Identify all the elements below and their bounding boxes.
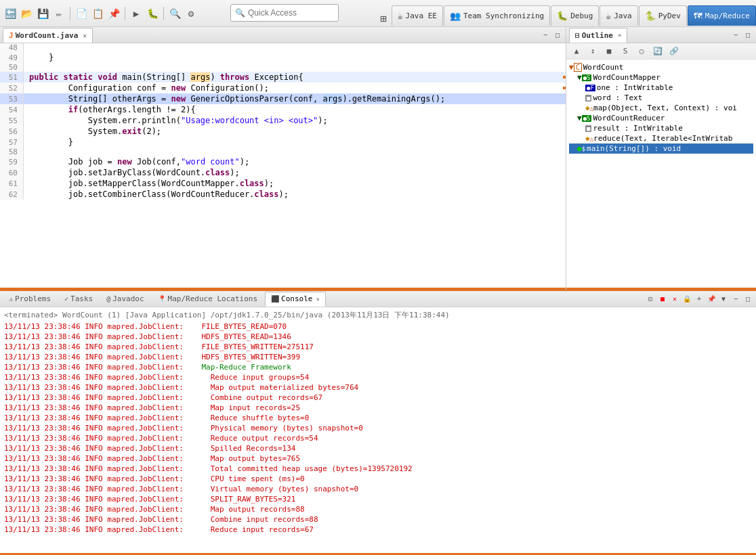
console-clear-button[interactable]: ⊡ — [645, 294, 656, 305]
toolbar-sep-3 — [163, 7, 164, 20]
console-output[interactable]: <terminated> WordCount (1) [Java Applica… — [0, 307, 756, 553]
outline-fields-icon[interactable]: ■ — [602, 44, 616, 59]
tab-problems-label: Problems — [15, 294, 51, 303]
outline-mapper-label: WordCountMapper — [593, 73, 660, 82]
tab-java-ee[interactable]: ☕ Java EE — [392, 5, 443, 26]
toolbar-run-icon[interactable]: ▶ — [129, 6, 144, 21]
toolbar-settings-icon[interactable]: ⚙ — [184, 6, 198, 21]
outline-mapper-class[interactable]: ▼ ●S WordCountMapper — [569, 72, 753, 83]
outline-header-controls: − □ — [730, 30, 753, 41]
console-line-5: 13/11/13 23:38:46 INFO mapred.JobClient:… — [4, 372, 752, 382]
toolbar-debug-icon[interactable]: 🐛 — [145, 6, 160, 21]
line-num-62: 62 — [0, 189, 24, 200]
code-editor[interactable]: 48 49 } 50 51 — [0, 43, 566, 288]
debug-icon: 🐛 — [557, 11, 568, 21]
console-new-button[interactable]: + — [694, 294, 705, 305]
close-tab-icon[interactable]: ✕ — [83, 32, 87, 39]
code-row-61: 61 job.setMapperClass(WordCountMapper.cl… — [0, 178, 566, 189]
outline-wordcount-class[interactable]: ▼ C WordCount — [569, 62, 753, 72]
tab-java-label: Java — [614, 12, 632, 20]
tab-team-sync[interactable]: 👥 Team Synchronizing — [444, 5, 550, 26]
tab-mapreduce[interactable]: 🗺 Map/Reduce — [688, 5, 756, 26]
outline-map-method[interactable]: ◆ △ map(Object, Text, Context) : voi — [569, 103, 753, 113]
toolbar-back-icon[interactable]: 🔙 — [3, 6, 18, 21]
maximize-outline-button[interactable]: □ — [742, 30, 753, 41]
close-outline-icon[interactable]: ✕ — [618, 32, 621, 39]
outline-reduce-method[interactable]: ◆ △ reduce(Text, Iterable<IntWritab — [569, 133, 753, 143]
maximize-code-button[interactable]: □ — [552, 30, 563, 41]
console-line-3: 13/11/13 23:38:46 INFO mapred.JobClient:… — [4, 352, 752, 362]
toolbar-edit-icon[interactable]: ✏ — [51, 6, 66, 21]
code-tab-wordcount[interactable]: J WordCount.java ✕ — [3, 28, 93, 43]
outline-reduce-label: reduce(Text, Iterable<IntWritab — [593, 134, 732, 143]
outline-tab-label: Outline — [582, 31, 613, 40]
line-content-56: System.exit(2); — [24, 126, 566, 137]
console-controls: ⊡ ■ ✕ 🔒 + 📌 ▼ − □ — [645, 294, 753, 305]
tab-pydev[interactable]: 🐍 PyDev — [639, 5, 687, 26]
outline-nonpublic-icon[interactable]: ○ — [634, 44, 649, 59]
maximize-console-button[interactable]: □ — [742, 294, 753, 305]
console-line-8: 13/11/13 23:38:46 INFO mapred.JobClient:… — [4, 403, 752, 413]
tab-problems[interactable]: ⚠ Problems — [3, 292, 57, 307]
quick-access-input[interactable] — [248, 8, 334, 18]
line-content-59: Job job = new Job(conf,"word count"); — [24, 156, 566, 167]
outline-header: ⊟ Outline ✕ − □ — [566, 27, 756, 43]
toolbar-new-icon[interactable]: 📄 — [74, 6, 89, 21]
quick-access-search-icon: 🔍 — [235, 8, 245, 18]
outline-collapse-icon[interactable]: ▲ — [569, 44, 584, 59]
console-line-9: 13/11/13 23:38:46 INFO mapred.JobClient:… — [4, 413, 752, 423]
console-stop-button[interactable]: ■ — [657, 294, 668, 305]
outline-result-field[interactable]: ■ result : IntWritable — [569, 123, 753, 133]
console-line-2: 13/11/13 23:38:46 INFO mapred.JobClient:… — [4, 342, 752, 352]
line-num-61: 61 — [0, 178, 24, 189]
toolbar-paste-icon[interactable]: 📌 — [106, 6, 121, 21]
tab-console[interactable]: ⬛ Console ✕ — [265, 292, 326, 307]
console-scroll-lock-button[interactable]: 🔒 — [681, 294, 692, 305]
tab-debug[interactable]: 🐛 Debug — [551, 5, 599, 26]
console-pin-button[interactable]: 📌 — [706, 294, 717, 305]
quick-access-bar[interactable]: 🔍 — [230, 4, 339, 22]
console-settings-button[interactable]: ▼ — [718, 294, 729, 305]
console-terminated-header: <terminated> WordCount (1) [Java Applica… — [4, 310, 752, 320]
outline-word-field[interactable]: ■ word : Text — [569, 93, 753, 103]
toolbar-search-icon[interactable]: 🔍 — [167, 6, 182, 21]
outline-main-method[interactable]: ● $ main(String[]) : void — [569, 143, 753, 154]
toolbar-save-icon[interactable]: 💾 — [35, 6, 50, 21]
minimize-outline-button[interactable]: − — [730, 30, 741, 41]
line-content-53: String[] otherArgs = new GenericOptionsP… — [24, 93, 566, 104]
close-console-icon[interactable]: ✕ — [316, 296, 319, 303]
line-num-60: 60 — [0, 167, 24, 178]
minimize-console-button[interactable]: − — [730, 294, 741, 305]
outline-static-icon[interactable]: S — [618, 44, 633, 59]
minimize-code-button[interactable]: − — [540, 30, 551, 41]
toolbar-copy-icon[interactable]: 📋 — [90, 6, 105, 21]
console-terminate-button[interactable]: ✕ — [669, 294, 680, 305]
outline-bottom-bar — [566, 288, 756, 290]
tab-javadoc[interactable]: @ Javadoc — [100, 292, 150, 307]
console-line-16: 13/11/13 23:38:46 INFO mapred.JobClient:… — [4, 484, 752, 494]
code-row-51: 51 public static void main(String[] args… — [0, 72, 566, 83]
outline-sync-icon[interactable]: 🔄 — [650, 44, 665, 59]
console-line-10: 13/11/13 23:38:46 INFO mapred.JobClient:… — [4, 423, 752, 433]
tab-pydev-label: PyDev — [658, 12, 681, 20]
outline-sort-icon[interactable]: ↕ — [585, 44, 600, 59]
tab-tasks[interactable]: ✓ Tasks — [58, 292, 99, 307]
console-line-7: 13/11/13 23:38:46 INFO mapred.JobClient:… — [4, 393, 752, 403]
code-row-59: 59 Job job = new Job(conf,"word count"); — [0, 156, 566, 167]
code-row-57: 57 } — [0, 137, 566, 148]
outline-map-label: map(Object, Text, Context) : voi — [593, 104, 737, 112]
code-row-56: 56 System.exit(2); — [0, 126, 566, 137]
outline-one-field[interactable]: ●F one : IntWritable — [569, 83, 753, 93]
perspective-layout-icon[interactable]: ⊞ — [376, 11, 391, 26]
tab-mapreduce-locations[interactable]: 📍 Map/Reduce Locations — [152, 292, 264, 307]
outline-tab[interactable]: ⊟ Outline ✕ — [569, 28, 627, 43]
outline-link-icon[interactable]: 🔗 — [667, 44, 681, 59]
bottom-tabs-bar: ⚠ Problems ✓ Tasks @ Javadoc 📍 Map/Reduc… — [0, 291, 756, 307]
editor-area: J WordCount.java ✕ − □ 48 — [0, 27, 756, 291]
line-num-48: 48 — [0, 43, 24, 52]
outline-reducer-class[interactable]: ▼ ●S WordCountReducer — [569, 113, 753, 123]
outline-main-label: main(String[]) : void — [587, 144, 681, 153]
tab-java[interactable]: ☕ Java — [600, 5, 637, 26]
toolbar-open-icon[interactable]: 📂 — [19, 6, 34, 21]
line-indicator-2 — [563, 87, 566, 89]
